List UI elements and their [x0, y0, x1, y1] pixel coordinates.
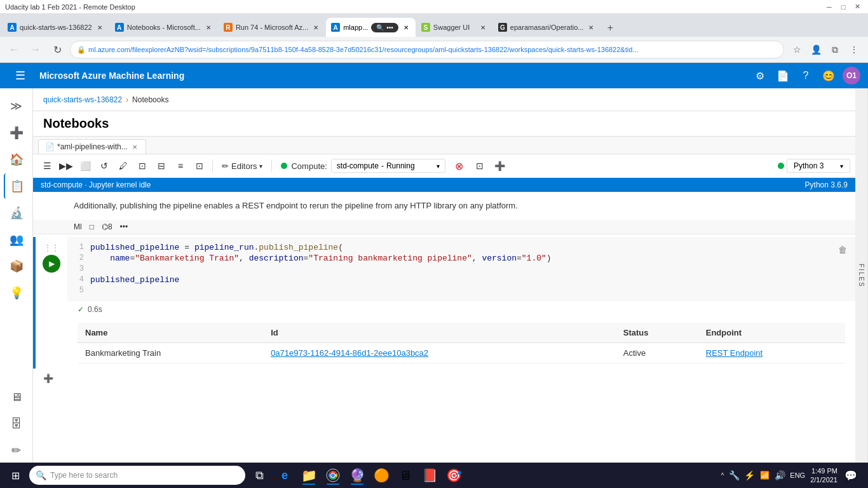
toolbar-restart-btn[interactable]: ↺	[95, 157, 113, 175]
taskbar-chrome[interactable]	[322, 464, 344, 486]
code-editor[interactable]: 1 published_pipeline = pipeline_run.publ…	[67, 237, 855, 301]
address-bar[interactable]: 🔒 ml.azure.com/fileexplorerAzNB?wsid=/su…	[70, 41, 784, 58]
taskbar-rdp[interactable]: 🖥	[394, 464, 417, 486]
settings-icon[interactable]: ⚙	[751, 67, 769, 85]
tray-wifi[interactable]: 📶	[758, 469, 771, 482]
tray-lang[interactable]: ENG	[789, 469, 806, 482]
file-tab-close[interactable]: ✕	[130, 142, 139, 151]
kernel-select[interactable]: Python 3 ▾	[787, 159, 850, 173]
cell-output: ✓ 0.6s	[67, 301, 855, 318]
toolbar-export-btn[interactable]: ⊡	[191, 157, 208, 175]
code-line-4: 4 published_pipeline	[67, 274, 855, 285]
expand-tray-button[interactable]: ^	[721, 472, 724, 479]
ie-icon: e	[277, 468, 292, 483]
browser-tab-2[interactable]: A Notebooks - Microsoft... ✕	[110, 18, 218, 37]
close-button[interactable]: ✕	[851, 1, 863, 13]
code-line-1: 1 published_pipeline = pipeline_run.publ…	[67, 242, 855, 253]
back-button[interactable]: ←	[5, 41, 23, 58]
minimize-button[interactable]: ─	[824, 1, 835, 13]
tab4-close[interactable]: ✕	[402, 23, 410, 32]
tab6-close[interactable]: ✕	[587, 23, 595, 32]
row-id-link[interactable]: 0a71e973-1162-4914-86d1-2eee10a3bca2	[271, 348, 428, 358]
browser-tab-1[interactable]: A quick-starts-ws-136822 ✕	[3, 18, 109, 37]
notification-button[interactable]: 💬	[841, 466, 860, 485]
breadcrumb-workspace[interactable]: quick-starts-ws-136822	[43, 95, 122, 104]
tray-volume[interactable]: 🔊	[773, 469, 786, 482]
avatar[interactable]: O1	[843, 67, 860, 85]
feedback-icon[interactable]: 📄	[774, 67, 792, 85]
toolbar-format-btn[interactable]: ☰	[38, 157, 56, 175]
tab3-close[interactable]: ✕	[311, 23, 320, 32]
sidebar-notebooks-icon[interactable]: 📋	[4, 173, 29, 199]
sidebar-people-icon[interactable]: 👥	[4, 227, 29, 252]
bookmark-button[interactable]: ☆	[788, 41, 806, 58]
help-icon[interactable]: ?	[797, 67, 815, 85]
cell-mini-btn-preview[interactable]: □	[87, 221, 97, 233]
tray-icon-1[interactable]: 🔧	[728, 469, 740, 482]
system-clock[interactable]: 1:49 PM 2/1/2021	[810, 466, 837, 485]
text-cell-content: Additionally, publishing the pipeline en…	[74, 201, 518, 210]
stop-compute-btn[interactable]: ⊗	[451, 157, 468, 175]
sidebar-models-icon[interactable]: 📦	[4, 254, 29, 279]
taskbar-app8[interactable]: 🎯	[442, 464, 465, 486]
browser-tab-5[interactable]: S Swagger UI ✕	[416, 18, 492, 37]
new-tab-button[interactable]: +	[601, 19, 619, 37]
kernel-version: Python 3.6.9	[805, 180, 848, 189]
sidebar-data-icon[interactable]: 🗄	[4, 411, 29, 437]
toolbar-split-btn[interactable]: ⊡	[133, 157, 151, 175]
task-view-button[interactable]: ⧉	[247, 463, 272, 488]
toolbar-clear-btn[interactable]: 🖊	[114, 157, 132, 175]
add-compute-btn[interactable]: ➕	[491, 157, 509, 175]
run-button[interactable]: ▶	[43, 255, 60, 273]
menu-button[interactable]: ⋮	[845, 41, 863, 58]
toolbar-align-btn[interactable]: ≡	[172, 157, 189, 175]
compute-select[interactable]: std-compute - Running ▾	[331, 159, 445, 173]
tab2-close[interactable]: ✕	[204, 23, 213, 32]
taskbar-ie[interactable]: e	[273, 464, 296, 486]
toolbar-run-all-btn[interactable]: ▶▶	[57, 157, 75, 175]
sidebar-home-icon[interactable]: 🏠	[4, 147, 29, 172]
line-num-1: 1	[67, 243, 90, 252]
start-button[interactable]: ⊞	[3, 463, 28, 488]
cell-mini-btn-split[interactable]: ⌬8	[99, 221, 115, 233]
browser-tab-6[interactable]: G eparamasari/Operatio... ✕	[493, 18, 601, 37]
refresh-button[interactable]: ↻	[48, 41, 66, 58]
file-tab-1[interactable]: 📄 *aml-pipelines-with... ✕	[38, 139, 146, 154]
sidebar-ai-icon[interactable]: 💡	[4, 280, 29, 306]
tab1-title: quick-starts-ws-136822	[20, 24, 92, 31]
tray-icon-2[interactable]: ⚡	[743, 469, 756, 482]
taskbar-github-desktop[interactable]: 🔮	[346, 464, 369, 486]
cell-delete-button[interactable]: 🗑	[835, 242, 850, 257]
browser-tab-3[interactable]: R Run 74 - Microsoft Az... ✕	[219, 18, 325, 37]
toolbar-stop-btn[interactable]: ⬜	[76, 157, 94, 175]
browser-tab-4[interactable]: A mlapp... 🔍 ••• ✕	[326, 18, 416, 37]
add-cell-button[interactable]: ➕	[33, 371, 855, 386]
sidebar-experiments-icon[interactable]: 🔬	[4, 200, 29, 226]
tab4-title: mlapp...	[343, 24, 368, 31]
profile-button[interactable]: 👤	[807, 41, 825, 58]
cell-mini-btn-ml[interactable]: Ml	[71, 221, 85, 233]
taskbar-file-explorer[interactable]: 📁	[297, 464, 320, 486]
taskbar-app5[interactable]: 🟠	[370, 464, 393, 486]
address-bar-actions: ☆ 👤 ⧉ ⋮	[788, 41, 863, 58]
sidebar-expand-icon[interactable]: ≫	[4, 93, 29, 119]
forward-button[interactable]: →	[27, 41, 44, 58]
tab1-close[interactable]: ✕	[95, 23, 104, 32]
editors-button[interactable]: ✏ Editors ▾	[217, 159, 268, 173]
tab5-close[interactable]: ✕	[478, 23, 487, 32]
notebook-toolbar: ☰ ▶▶ ⬜ ↺ 🖊 ⊡ ⊟ ≡ ⊡ ✏ Editors ▾ Compute:	[33, 154, 855, 178]
cell-drag-handle[interactable]: ⋮⋮	[47, 243, 56, 252]
manage-compute-btn[interactable]: ⊡	[471, 157, 489, 175]
sidebar-add-icon[interactable]: ➕	[4, 120, 29, 146]
cell-mini-btn-more[interactable]: •••	[118, 221, 131, 233]
taskbar-acrobat[interactable]: 📕	[418, 464, 441, 486]
hamburger-menu-icon[interactable]: ☰	[8, 63, 33, 88]
taskbar-search[interactable]: 🔍 Type here to search	[29, 466, 245, 485]
extensions-button[interactable]: ⧉	[826, 41, 844, 58]
sidebar-compute-icon[interactable]: 🖥	[4, 384, 29, 410]
emoji-icon[interactable]: 😊	[820, 67, 837, 85]
toolbar-merge-btn[interactable]: ⊟	[153, 157, 170, 175]
maximize-button[interactable]: □	[837, 1, 849, 13]
row-endpoint-link[interactable]: REST Endpoint	[706, 348, 763, 358]
sidebar-edit-icon[interactable]: ✏	[4, 438, 29, 463]
